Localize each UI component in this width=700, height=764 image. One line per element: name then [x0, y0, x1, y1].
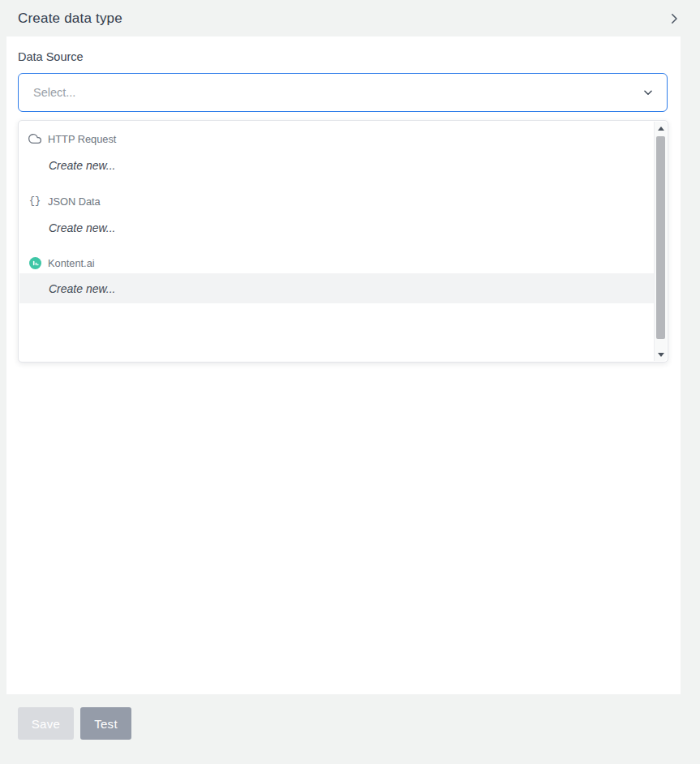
scrollbar-up-button[interactable]	[655, 122, 668, 135]
data-source-select[interactable]: Select...	[18, 73, 668, 112]
panel-body: Data Source Select... HTTP Request Creat…	[6, 36, 681, 694]
group-label: HTTP Request	[48, 133, 116, 145]
option-create-new-json-data[interactable]: Create new...	[19, 213, 654, 243]
dropdown-group-http-request: HTTP Request	[19, 127, 654, 150]
dropdown-group-kontent-ai: Kontent.ai	[19, 251, 654, 274]
save-button[interactable]: Save	[18, 707, 74, 740]
scroll-up-icon	[658, 127, 664, 131]
data-source-dropdown-menu: HTTP Request Create new... {} JSON Data …	[18, 120, 668, 363]
option-create-new-kontent-ai[interactable]: Create new...	[19, 273, 654, 303]
panel-header: Create data type	[0, 0, 700, 36]
group-label: JSON Data	[48, 195, 101, 208]
data-source-label: Data Source	[18, 50, 84, 63]
cloud-icon	[28, 132, 41, 145]
dropdown-scrollbar[interactable]	[654, 122, 667, 361]
select-placeholder: Select...	[33, 86, 75, 99]
collapse-panel-button[interactable]	[663, 7, 685, 30]
scrollbar-down-button[interactable]	[655, 348, 668, 361]
test-button[interactable]: Test	[80, 707, 131, 740]
chevron-right-icon	[667, 11, 681, 26]
option-create-new-http-request[interactable]: Create new...	[19, 151, 654, 180]
kontent-ai-logo-icon	[28, 256, 41, 269]
group-label: Kontent.ai	[48, 257, 95, 269]
dropdown-group-json-data: {} JSON Data	[19, 190, 654, 212]
chevron-down-icon	[642, 87, 654, 98]
page-title: Create data type	[18, 11, 122, 27]
panel-footer: Save Test	[0, 694, 700, 764]
page-root: { "header": { "title": "Create data type…	[0, 0, 700, 764]
curly-braces-icon: {}	[28, 195, 41, 208]
scrollbar-thumb[interactable]	[656, 136, 665, 339]
scroll-down-icon	[658, 353, 664, 357]
